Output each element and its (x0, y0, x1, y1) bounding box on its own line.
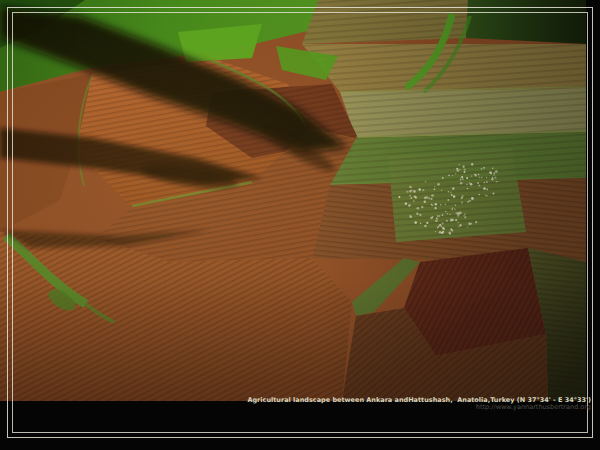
bottom-darken-overlay (0, 0, 586, 401)
caption: Agricultural landscape between Ankara an… (247, 397, 591, 411)
aerial-photo (0, 0, 586, 401)
aerial-photo-art (0, 0, 586, 401)
photo-credit-url: http://www.yannarthusbertrand.org (247, 404, 591, 411)
wallpaper-canvas: Agricultural landscape between Ankara an… (0, 0, 600, 450)
